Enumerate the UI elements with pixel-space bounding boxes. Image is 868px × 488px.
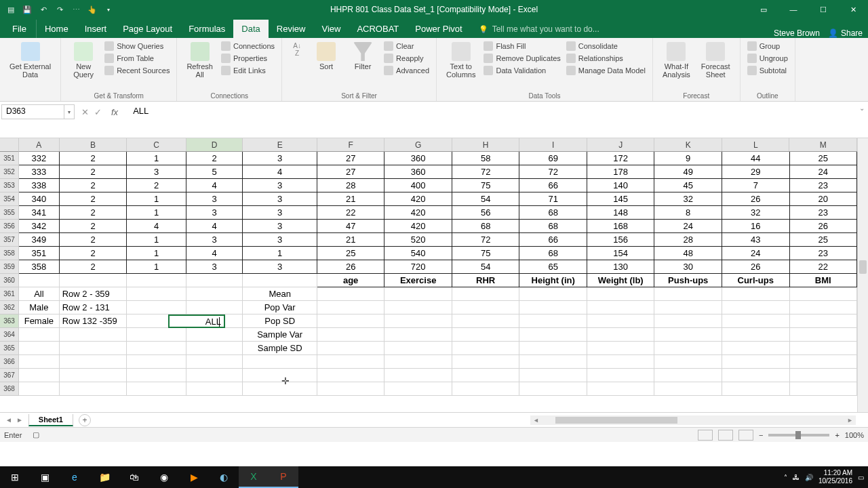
cell[interactable]: 3	[186, 233, 243, 247]
cell[interactable]: 56	[452, 206, 520, 220]
horizontal-scroll-thumb[interactable]	[555, 417, 677, 424]
cell[interactable]: 7	[722, 179, 790, 192]
tell-me-input[interactable]: Tell me what you want to do...	[471, 20, 608, 38]
cell[interactable]	[654, 382, 722, 396]
powerpoint-taskbar-icon[interactable]: P	[269, 466, 298, 488]
cell[interactable]	[790, 355, 858, 369]
touch-mode-icon[interactable]: 👆	[87, 4, 98, 15]
cell[interactable]: 3	[186, 206, 243, 220]
cell[interactable]: 27	[317, 165, 385, 179]
relationships-button[interactable]: Relationships	[565, 53, 647, 64]
col-header-M[interactable]: M	[789, 138, 857, 151]
cell[interactable]	[127, 382, 186, 396]
tab-view[interactable]: View	[313, 20, 349, 38]
tab-formulas[interactable]: Formulas	[180, 20, 233, 38]
row-header-358[interactable]: 358	[0, 247, 18, 260]
cell[interactable]	[317, 355, 385, 369]
cell[interactable]: 140	[587, 179, 655, 192]
row-header-362[interactable]: 362	[0, 301, 18, 314]
store-icon[interactable]: 🛍	[119, 466, 149, 488]
edge-icon[interactable]: e	[60, 466, 90, 488]
sheet-nav[interactable]: ◄►	[0, 416, 28, 424]
cell[interactable]: 21	[317, 192, 385, 206]
cell[interactable]	[186, 301, 243, 314]
cell[interactable]: 68	[452, 220, 520, 233]
cell[interactable]	[452, 287, 520, 301]
cell[interactable]: 23	[790, 206, 858, 220]
cell[interactable]: 360	[384, 165, 452, 179]
cell[interactable]	[60, 355, 127, 369]
cell[interactable]	[186, 274, 243, 287]
row-header-357[interactable]: 357	[0, 233, 18, 247]
cell[interactable]: 48	[654, 247, 722, 260]
whatif-button[interactable]: What-If Analysis	[658, 41, 694, 80]
cell[interactable]: 3	[243, 233, 317, 247]
cell[interactable]: 26	[317, 260, 385, 274]
tray-network-icon[interactable]: 🖧	[793, 474, 800, 481]
row-header-352[interactable]: 352	[0, 165, 18, 179]
qat-customize-icon[interactable]: ▾	[103, 4, 114, 15]
tab-data[interactable]: Data	[233, 20, 268, 38]
cell[interactable]: 420	[384, 220, 452, 233]
row-header-361[interactable]: 361	[0, 287, 18, 301]
cell[interactable]	[19, 382, 60, 396]
consolidate-button[interactable]: Consolidate	[565, 41, 647, 52]
cell[interactable]: 75	[452, 179, 520, 192]
col-header-L[interactable]: L	[722, 138, 790, 151]
cell[interactable]	[722, 301, 790, 314]
cell[interactable]: 26	[722, 192, 790, 206]
cell[interactable]: 32	[654, 192, 722, 206]
filter-button[interactable]: Filter	[346, 41, 380, 72]
group-rows-button[interactable]: Group	[746, 41, 789, 52]
cell[interactable]	[654, 301, 722, 314]
row-header-366[interactable]: 366	[0, 355, 18, 369]
tab-power-pivot[interactable]: Power Pivot	[407, 20, 470, 38]
cell[interactable]: 26	[722, 260, 790, 274]
cell[interactable]: Height (in)	[519, 274, 587, 287]
active-cell[interactable]: ALL	[168, 314, 225, 328]
file-explorer-icon[interactable]: 📁	[90, 466, 119, 488]
cell[interactable]: 130	[587, 260, 655, 274]
spreadsheet-grid[interactable]: ABCDEFGHIJKLM 35135235335435535635735835…	[0, 138, 868, 412]
cell[interactable]: 44	[722, 152, 790, 165]
cell[interactable]: 28	[654, 233, 722, 247]
cell[interactable]	[519, 342, 587, 355]
tray-volume-icon[interactable]: 🔊	[805, 474, 813, 481]
cell[interactable]: 2	[60, 260, 127, 274]
cell[interactable]	[790, 342, 858, 355]
cell[interactable]: 178	[587, 165, 655, 179]
cell[interactable]	[243, 274, 317, 287]
cell[interactable]: 3	[243, 179, 317, 192]
cell[interactable]: 2	[60, 179, 127, 192]
from-table-button[interactable]: From Table	[103, 53, 171, 64]
cell[interactable]: 25	[317, 247, 385, 260]
cell[interactable]	[722, 382, 790, 396]
cell[interactable]	[654, 287, 722, 301]
cell[interactable]	[243, 369, 317, 382]
cell[interactable]: 168	[587, 220, 655, 233]
cell[interactable]: All	[19, 287, 60, 301]
name-box[interactable]: D363	[1, 104, 64, 119]
cell[interactable]: Exercise	[384, 274, 452, 287]
cell[interactable]	[722, 287, 790, 301]
cell[interactable]: 27	[317, 152, 385, 165]
formula-input[interactable]: ALL	[129, 104, 856, 119]
cell[interactable]	[384, 328, 452, 342]
cell[interactable]: 2	[127, 179, 186, 192]
cell[interactable]	[519, 382, 587, 396]
cell[interactable]: 4	[127, 220, 186, 233]
cell[interactable]	[60, 369, 127, 382]
cell[interactable]	[452, 314, 520, 328]
cell[interactable]	[587, 369, 655, 382]
cell[interactable]: 22	[790, 260, 858, 274]
cell[interactable]: Female	[19, 314, 60, 328]
cell[interactable]	[127, 328, 186, 342]
cell[interactable]: 2	[186, 152, 243, 165]
row-header-360[interactable]: 360	[0, 274, 18, 287]
cell[interactable]	[722, 369, 790, 382]
cell[interactable]	[654, 342, 722, 355]
ribbon-options-icon[interactable]: ▭	[749, 0, 778, 19]
cell[interactable]: 2	[60, 165, 127, 179]
cell[interactable]: 16	[722, 220, 790, 233]
start-button[interactable]: ⊞	[0, 466, 30, 488]
